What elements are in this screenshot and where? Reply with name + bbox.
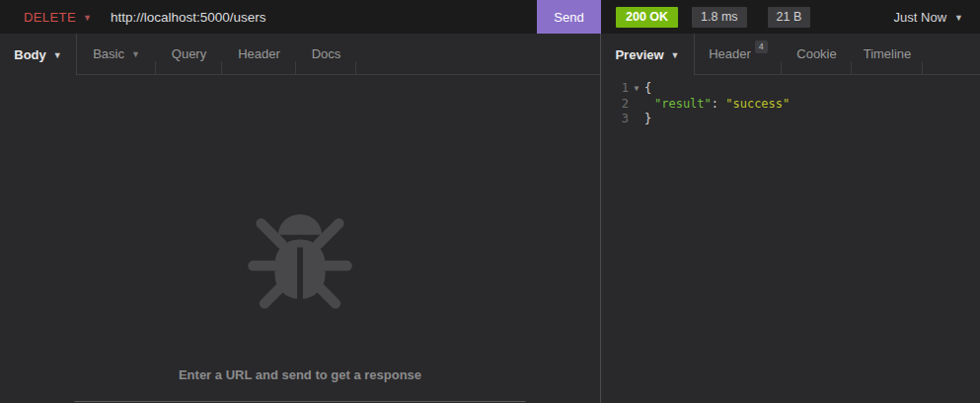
tab-preview[interactable]: Preview ▼	[601, 34, 695, 75]
line-number: 1	[601, 81, 629, 97]
header-count-badge: 4	[755, 40, 768, 53]
url-input[interactable]: http://localhost:5000/users	[111, 10, 266, 25]
tab-preview-label: Preview	[615, 47, 663, 62]
fold-caret-icon[interactable]: ▼	[629, 81, 644, 97]
main-split: Body ▼ Basic ▼ Query Header Docs	[0, 34, 980, 403]
line-number: 3	[601, 112, 629, 127]
tab-basic[interactable]: Basic ▼	[77, 34, 156, 75]
fold-gutter	[629, 97, 644, 113]
empty-state-divider	[75, 401, 526, 402]
send-button[interactable]: Send	[537, 0, 601, 34]
tab-cookie[interactable]: Cookie	[782, 34, 852, 75]
tab-query-label: Query	[172, 46, 206, 61]
json-colon: :	[712, 97, 725, 111]
method-label: DELETE	[24, 10, 76, 25]
request-bar-left: DELETE ▼ http://localhost:5000/users Sen…	[0, 0, 601, 34]
tab-body-label: Body	[14, 47, 46, 62]
code-line: 1 ▼ {	[601, 81, 980, 97]
request-tabbar: Body ▼ Basic ▼ Query Header Docs	[0, 34, 600, 75]
bug-icon	[243, 193, 357, 313]
code-line: 2 "result": "success"	[601, 97, 980, 113]
response-panel: Preview ▼ Header 4 Cookie Timeline 1	[601, 34, 980, 403]
chevron-down-icon: ▼	[83, 12, 92, 23]
chevron-down-icon: ▼	[671, 49, 680, 60]
json-value: "success"	[725, 97, 790, 111]
tabbar-filler	[923, 34, 980, 75]
tab-header-label: Header	[238, 46, 280, 61]
request-bar-right: 200 OK 1.8 ms 21 B Just Now ▼	[601, 0, 980, 34]
code-text: {	[644, 81, 651, 97]
chevron-down-icon: ▼	[53, 49, 62, 60]
status-badge: 200 OK	[616, 7, 678, 28]
response-tabbar: Preview ▼ Header 4 Cookie Timeline	[601, 34, 980, 75]
request-empty-state: Enter a URL and send to get a response	[0, 75, 600, 403]
tab-basic-label: Basic	[93, 46, 124, 61]
tab-timeline-label: Timeline	[864, 46, 912, 61]
history-label: Just Now	[894, 10, 946, 25]
line-number: 2	[601, 97, 629, 113]
code-text: }	[644, 112, 651, 127]
code-line: 3 }	[601, 112, 980, 127]
tab-response-header[interactable]: Header 4	[695, 34, 782, 75]
tab-docs-label: Docs	[312, 46, 341, 61]
tab-body[interactable]: Body ▼	[0, 34, 77, 75]
request-panel: Body ▼ Basic ▼ Query Header Docs	[0, 34, 600, 403]
fold-gutter	[629, 112, 644, 127]
tabbar-filler	[356, 34, 600, 75]
response-size-badge: 21 B	[768, 7, 811, 28]
tab-cookie-label: Cookie	[796, 46, 836, 61]
empty-state-message: Enter a URL and send to get a response	[0, 367, 600, 382]
response-time-badge: 1.8 ms	[692, 7, 747, 28]
tab-query[interactable]: Query	[156, 34, 222, 75]
tab-docs[interactable]: Docs	[296, 34, 356, 75]
chevron-down-icon: ▼	[131, 48, 140, 59]
history-dropdown[interactable]: Just Now ▼	[894, 10, 963, 25]
request-bar: DELETE ▼ http://localhost:5000/users Sen…	[0, 0, 980, 34]
tab-timeline[interactable]: Timeline	[852, 34, 923, 75]
response-body-viewer[interactable]: 1 ▼ { 2 "result": "success" 3 }	[601, 75, 980, 127]
code-text: "result": "success"	[644, 97, 790, 113]
chevron-down-icon: ▼	[954, 12, 963, 23]
method-selector[interactable]: DELETE ▼	[24, 10, 92, 25]
rest-client-app: DELETE ▼ http://localhost:5000/users Sen…	[0, 0, 980, 403]
tab-response-header-label: Header	[709, 46, 751, 61]
json-key: "result"	[654, 97, 712, 111]
tab-header[interactable]: Header	[222, 34, 296, 75]
